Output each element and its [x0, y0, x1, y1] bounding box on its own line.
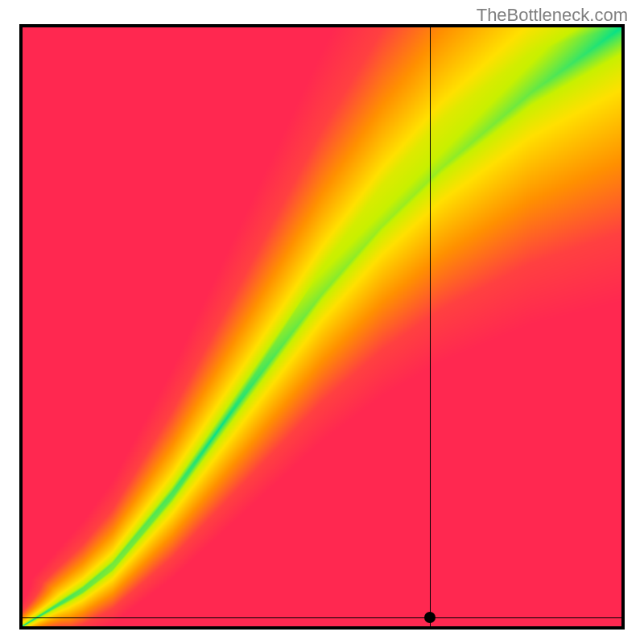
plot-area [19, 24, 625, 630]
watermark-text: TheBottleneck.com [477, 5, 628, 26]
marker-point [424, 612, 436, 623]
crosshair-horizontal [23, 617, 621, 618]
crosshair-vertical [430, 27, 431, 626]
heatmap-canvas [23, 27, 621, 626]
